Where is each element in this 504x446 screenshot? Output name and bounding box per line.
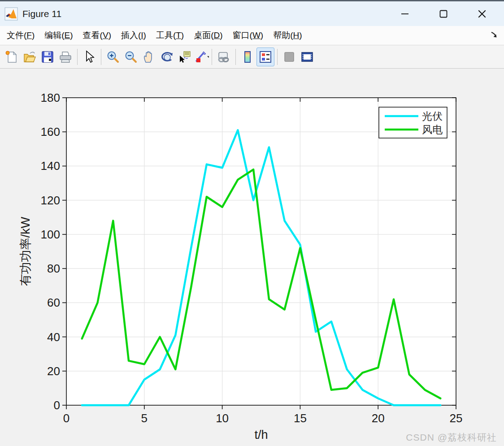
print-figure-button[interactable]: [56, 48, 74, 66]
legend-label: 风电: [422, 124, 443, 135]
matlab-logo-icon: [4, 7, 18, 21]
menu-edit[interactable]: 编辑(E): [39, 27, 78, 44]
open-file-icon: [23, 50, 36, 64]
y-tick-label: 100: [41, 228, 60, 241]
maximize-button[interactable]: [436, 6, 451, 22]
new-figure-button[interactable]: [3, 48, 21, 66]
y-tick-label: 60: [47, 296, 60, 309]
y-tick-label: 40: [47, 330, 60, 344]
x-tick-label: 0: [63, 411, 70, 425]
brush-data-icon: [194, 50, 209, 64]
dock-figure-button[interactable]: [298, 48, 316, 66]
toolbar: [0, 45, 504, 69]
data-cursor-icon: [178, 50, 191, 64]
window-controls: [397, 6, 500, 22]
minimize-icon: [400, 9, 409, 18]
x-tick-label: 20: [372, 411, 385, 425]
rotate-3d-button[interactable]: [158, 48, 176, 66]
open-file-button[interactable]: [21, 48, 39, 66]
pan-hand-icon: [142, 50, 156, 64]
x-tick-label: 10: [216, 411, 229, 425]
save-figure-button[interactable]: [39, 48, 56, 66]
chart-svg: 0510152025020406080100120140160180t/h有功功…: [0, 69, 504, 446]
toolbar-separator: [235, 49, 236, 65]
zoom-in-icon: [106, 50, 120, 64]
insert-colorbar-button[interactable]: [239, 48, 256, 66]
edit-plot-pointer-icon: [83, 50, 96, 64]
zoom-in-button[interactable]: [104, 48, 122, 66]
hide-plot-tools-icon: [282, 50, 296, 64]
x-tick-label: 15: [294, 411, 307, 425]
plot-area: [66, 98, 456, 405]
brush-data-button[interactable]: [194, 50, 209, 64]
maximize-icon: [439, 9, 448, 18]
zoom-out-icon: [124, 50, 138, 64]
menu-help[interactable]: 帮助(H): [268, 27, 307, 44]
menu-desktop[interactable]: 桌面(D): [189, 27, 227, 44]
close-icon: [477, 9, 487, 19]
titlebar: Figure 11: [0, 1, 504, 26]
y-tick-label: 160: [41, 125, 60, 139]
figure-window: Figure 11 文件(F) 编辑(E) 查看(V) 插入(I) 工具(T) …: [0, 0, 504, 446]
y-tick-label: 80: [47, 262, 60, 275]
y-axis-label: 有功功率/kW: [19, 217, 32, 286]
menu-tools[interactable]: 工具(T): [151, 27, 189, 44]
pan-button[interactable]: [140, 48, 158, 66]
edit-plot-button[interactable]: [80, 48, 98, 66]
dock-arrow-icon[interactable]: [490, 30, 500, 39]
rotate-3d-icon: [160, 50, 174, 64]
y-tick-label: 120: [41, 194, 60, 207]
x-tick-label: 5: [141, 411, 148, 425]
legend-label: 光伏: [422, 110, 443, 122]
print-figure-icon: [59, 50, 72, 64]
x-axis-label: t/h: [254, 428, 268, 442]
menu-file[interactable]: 文件(F): [2, 27, 39, 44]
menu-view[interactable]: 查看(V): [78, 27, 116, 44]
link-plot-button[interactable]: [215, 48, 233, 66]
figure-canvas: 0510152025020406080100120140160180t/h有功功…: [0, 69, 504, 446]
toolbar-separator: [101, 49, 101, 65]
insert-legend-icon: [259, 50, 272, 64]
insert-colorbar-icon: [241, 50, 254, 64]
y-tick-label: 20: [47, 364, 60, 378]
link-plot-icon: [217, 50, 230, 64]
toolbar-separator: [77, 49, 78, 65]
minimize-button[interactable]: [397, 6, 413, 22]
new-figure-icon: [5, 50, 18, 64]
toolbar-separator: [277, 49, 278, 65]
watermark: CSDN @荔枝科研社: [406, 431, 497, 444]
window-title: Figure 11: [22, 9, 61, 19]
x-tick-label: 25: [450, 411, 463, 425]
insert-legend-button[interactable]: [256, 48, 274, 66]
hide-plot-tools-button[interactable]: [280, 48, 298, 66]
y-tick-label: 180: [41, 91, 60, 104]
y-tick-label: 140: [41, 159, 60, 173]
data-cursor-button[interactable]: [176, 48, 194, 66]
close-button[interactable]: [474, 6, 490, 22]
save-figure-icon: [41, 50, 54, 64]
menubar: 文件(F) 编辑(E) 查看(V) 插入(I) 工具(T) 桌面(D) 窗口(W…: [0, 26, 504, 45]
toolbar-separator: [212, 49, 212, 65]
zoom-out-button[interactable]: [122, 48, 140, 66]
menu-window[interactable]: 窗口(W): [228, 27, 269, 44]
menu-insert[interactable]: 插入(I): [116, 27, 151, 44]
y-tick-label: 0: [54, 398, 60, 412]
dock-figure-icon: [300, 50, 314, 64]
